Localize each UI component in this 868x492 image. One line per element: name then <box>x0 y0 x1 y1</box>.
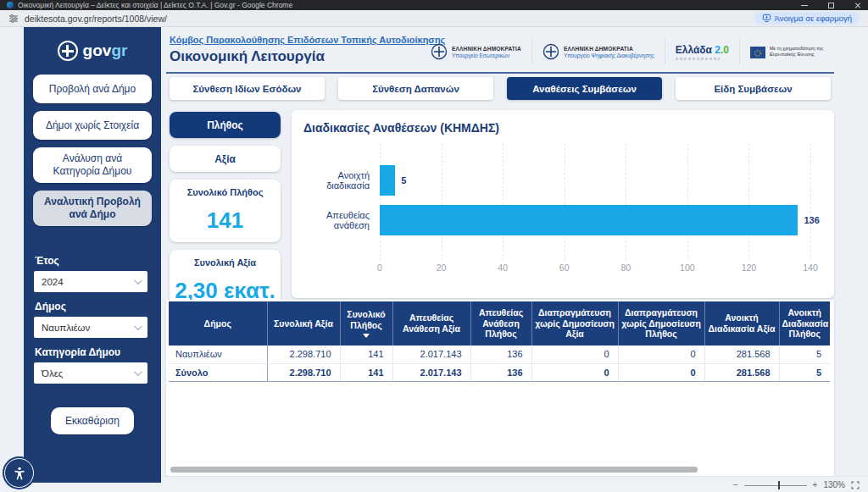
column-header-7[interactable]: Ανοικτή Διαδικασία Αξία <box>704 301 779 346</box>
tab-favicon <box>7 2 14 8</box>
column-header-label: Ανοικτή Διαδικασία Αξία <box>708 312 776 334</box>
ministry-line2: Υπουργείο Εσωτερικών <box>452 53 521 58</box>
chevron-down-icon <box>134 368 142 376</box>
metric-toggle-0[interactable]: Πλήθος <box>170 112 281 138</box>
data-table: ΔήμοςΣυνολική ΑξίαΣυνολικό ΠλήθοςΑπευθεί… <box>169 301 830 382</box>
column-header-5[interactable]: Διαπραγμάτευση χωρίς Δημοσίευση Αξία <box>531 301 618 346</box>
table-total-row: Σύνολο2.298.7101412.017.14313600281.5685 <box>169 363 830 381</box>
govgr-logo: govgr <box>24 38 161 64</box>
ministry-text: ΕΛΛΗΝΙΚΗ ΔΗΜΟΚΡΑΤΙΑΥπουργείο Ψηφιακής Δι… <box>564 46 654 58</box>
column-header-8[interactable]: Ανοικτή Διαδικασία Πλήθος <box>779 301 830 346</box>
chart-bar[interactable] <box>380 205 798 235</box>
browser-toolbar: deiktesota.gov.gr/reports/1008/view/ Άνο… <box>0 10 868 27</box>
column-header-label: Διαπραγμάτευση χωρίς Δημοσίευση Αξία <box>535 307 615 340</box>
metric-toggle-1[interactable]: Αξία <box>170 146 281 172</box>
ministry-line2: Υπουργείο Ψηφιακής Διακυβέρνησης <box>564 53 654 58</box>
column-header-4[interactable]: Απευθείας Ανάθεση Πλήθος <box>470 301 531 346</box>
column-header-2[interactable]: Συνολικό Πλήθος <box>340 301 392 346</box>
fit-to-page-icon[interactable] <box>851 481 860 489</box>
zoom-slider[interactable] <box>744 481 807 489</box>
chart-bar-row: Ανοιχτή διαδικασία5 <box>303 165 822 196</box>
axis-tick: 20 <box>437 263 447 273</box>
greek-emblem-icon <box>58 41 78 61</box>
zoom-out-button[interactable]: − <box>733 480 738 489</box>
column-header-3[interactable]: Απευθείας Ανάθεση Αξία <box>392 301 470 346</box>
filter-value-0: 2024 <box>42 277 134 287</box>
stat-label: Συνολικό Πλήθος <box>175 187 275 197</box>
filter-select-1[interactable]: Ναυπλιέων <box>34 317 147 338</box>
maximize-icon[interactable] <box>828 3 834 8</box>
gridline <box>810 143 811 260</box>
accessibility-person-icon <box>11 465 28 482</box>
column-header-label: Απευθείας Ανάθεση Πλήθος <box>474 307 529 340</box>
eu-funding-text: Με τη χρηματοδότηση της Ευρωπαϊκής Ένωση… <box>770 46 824 58</box>
gridline <box>503 143 504 260</box>
filter-label-2: Κατηγορία Δήμου <box>35 346 161 358</box>
chart-title: Διαδικασίες Αναθέσεων (ΚΗΜΔΗΣ) <box>303 121 822 135</box>
chart-bar[interactable] <box>380 165 395 196</box>
gridline <box>748 143 749 260</box>
column-header-label: Συνολική Αξία <box>270 318 337 329</box>
greek-emblem-icon <box>431 43 448 60</box>
axis-tick: 60 <box>559 263 570 273</box>
open-in-app-button[interactable]: Άνοιγμα σε εφαρμογή <box>754 12 860 25</box>
table-cell: 141 <box>340 346 392 363</box>
stat-label: Συνολική Αξία <box>175 257 275 268</box>
column-header-label: Ανοικτή Διαδικασία Πλήθος <box>782 307 828 340</box>
sidebar-item-3[interactable]: Αναλυτική Προβολή ανά Δήμο <box>33 191 152 226</box>
accessibility-button[interactable] <box>3 456 36 489</box>
tab-3[interactable]: Είδη Συμβάσεων <box>676 77 831 100</box>
tab-0[interactable]: Σύνθεση Ιδίων Εσόδων <box>170 77 325 100</box>
table-cell: 2.298.710 <box>267 363 340 381</box>
chart-category-label: Απευθείας ανάθεση <box>303 210 380 230</box>
tab-2[interactable]: Αναθέσεις Συμβάσεων <box>507 77 662 100</box>
chart-gridlines <box>380 143 810 260</box>
sidebar: govgr Προβολή ανά ΔήμοΔήμοι χωρίς Στοιχε… <box>24 27 161 483</box>
minimize-icon[interactable] <box>801 5 808 6</box>
table-cell: 281.568 <box>704 346 779 363</box>
sidebar-item-2[interactable]: Ανάλυση ανά Κατηγορία Δήμου <box>33 147 152 183</box>
filter-label-0: Έτος <box>35 255 161 267</box>
table-cell: 136 <box>470 346 531 363</box>
gridline <box>565 143 565 260</box>
filter-value-1: Ναυπλιέων <box>42 323 134 333</box>
sidebar-item-0[interactable]: Προβολή ανά Δήμο <box>33 75 152 103</box>
site-settings-icon[interactable] <box>8 14 19 24</box>
report-tabs: Σύνθεση Ιδίων ΕσόδωνΣύνθεση ΔαπανώνΑναθέ… <box>170 77 831 100</box>
url-bar[interactable]: deiktesota.gov.gr/reports/1008/view/ <box>25 14 754 24</box>
gridline <box>687 143 688 260</box>
chart-bar-track: 136 <box>380 205 810 235</box>
window-title: Οικονομική Λειτουργία – Δείκτες και στοι… <box>18 1 793 9</box>
table-card: ΔήμοςΣυνολική ΑξίαΣυνολικό ΠλήθοςΑπευθεί… <box>166 300 834 476</box>
tab-1[interactable]: Σύνθεση Δαπανών <box>338 77 493 100</box>
stat-value: 141 <box>175 207 275 234</box>
clear-filters-button[interactable]: Εκκαθάριση <box>51 407 134 434</box>
sidebar-item-1[interactable]: Δήμοι χωρίς Στοιχεία <box>33 111 152 140</box>
table-cell: 2.298.710 <box>267 346 340 363</box>
column-header-0[interactable]: Δήμος <box>169 301 267 346</box>
filter-select-0[interactable]: 2024 <box>34 271 147 292</box>
zoom-level: 130% <box>823 480 845 489</box>
ministry-logo-0: ΕΛΛΗΝΙΚΗ ΔΗΜΟΚΡΑΤΙΑΥπουργείο Ψηφιακής Δι… <box>531 39 665 64</box>
column-header-1[interactable]: Συνολική Αξία <box>267 301 340 346</box>
axis-tick: 0 <box>377 263 382 273</box>
ministry-line1: ΕΛΛΗΝΙΚΗ ΔΗΜΟΚΡΑΤΙΑ <box>564 46 654 52</box>
axis-tick: 40 <box>498 263 508 273</box>
axis-tick: 120 <box>742 263 757 273</box>
page-title: Οικονομική Λειτουργία <box>170 48 325 65</box>
column-header-label: Δήμος <box>171 318 264 329</box>
breadcrumb[interactable]: Κόμβος Παρακολούθησης Επιδόσεων Τοπικής … <box>170 35 445 45</box>
table-cell: 0 <box>531 346 618 363</box>
column-header-label: Διαπραγμάτευση χωρίς Δημοσίευση Πλήθος <box>621 307 702 340</box>
metric-panel: ΠλήθοςΑξία Συνολικό Πλήθος141Συνολική Αξ… <box>170 112 281 312</box>
header-divider <box>166 72 834 74</box>
table-cell: 5 <box>779 363 830 381</box>
horizontal-scrollbar[interactable] <box>170 467 698 473</box>
chart-bar-row: Απευθείας ανάθεση136 <box>303 205 822 235</box>
chevron-down-icon <box>134 322 142 330</box>
close-icon[interactable] <box>854 2 861 8</box>
ministry-logo-1: ΕΛΛΗΝΙΚΗ ΔΗΜΟΚΡΑΤΙΑΥπουργείο Εσωτερικών <box>420 39 531 64</box>
filter-select-2[interactable]: Όλες <box>34 362 147 384</box>
column-header-6[interactable]: Διαπραγμάτευση χωρίς Δημοσίευση Πλήθος <box>618 301 704 346</box>
zoom-in-button[interactable]: + <box>813 480 818 489</box>
